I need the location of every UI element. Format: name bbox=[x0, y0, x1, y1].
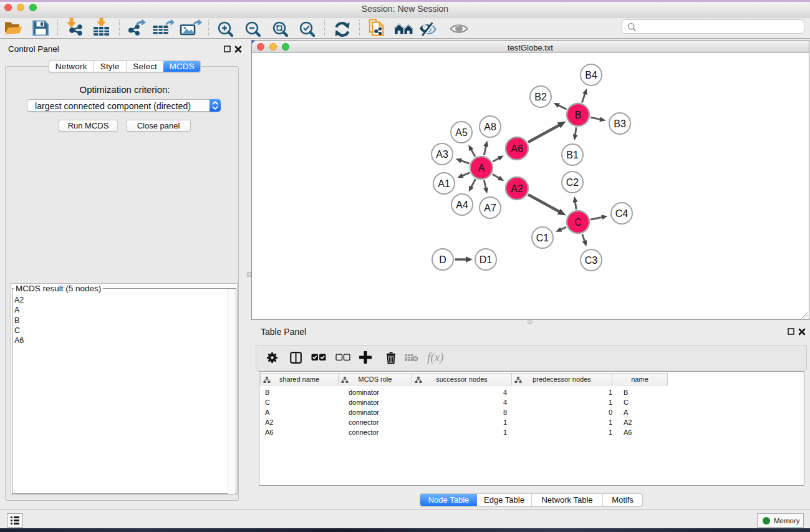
svg-text:B3: B3 bbox=[614, 118, 626, 129]
svg-text:A2: A2 bbox=[511, 183, 523, 194]
svg-text:C1: C1 bbox=[536, 233, 549, 243]
svg-text:A5: A5 bbox=[455, 127, 468, 138]
svg-text:C3: C3 bbox=[585, 255, 598, 266]
svg-text:D1: D1 bbox=[480, 254, 493, 265]
svg-text:A: A bbox=[478, 163, 485, 173]
svg-text:D: D bbox=[439, 254, 446, 265]
svg-text:B2: B2 bbox=[534, 92, 547, 102]
svg-text:A6: A6 bbox=[511, 143, 523, 154]
svg-text:A3: A3 bbox=[436, 149, 448, 160]
svg-text:A1: A1 bbox=[438, 178, 450, 189]
svg-text:A4: A4 bbox=[456, 200, 468, 210]
svg-text:A8: A8 bbox=[484, 122, 496, 132]
svg-text:A7: A7 bbox=[484, 203, 496, 213]
svg-text:C: C bbox=[574, 217, 582, 228]
svg-text:B1: B1 bbox=[566, 150, 579, 160]
svg-text:B4: B4 bbox=[585, 70, 597, 80]
svg-text:C4: C4 bbox=[615, 208, 629, 219]
svg-text:B: B bbox=[575, 110, 582, 120]
svg-text:C2: C2 bbox=[566, 177, 579, 188]
